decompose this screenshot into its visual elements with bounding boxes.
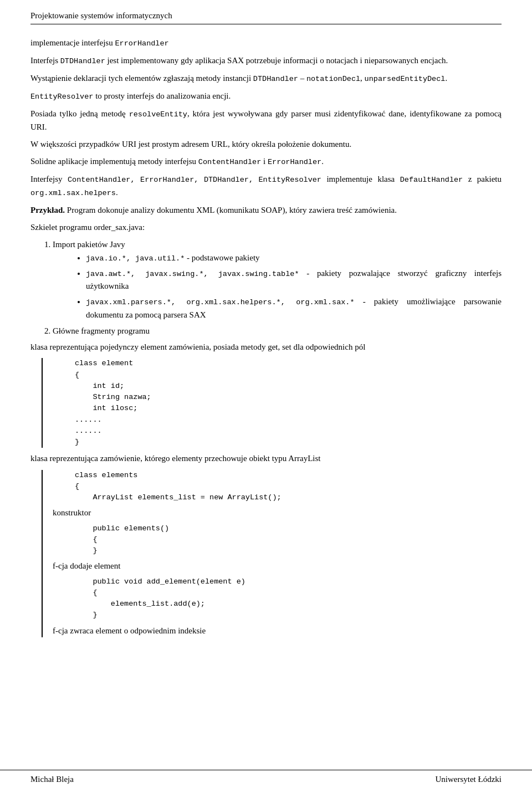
solidne-end: . <box>321 157 324 166</box>
errorhandler-code: ErrorHandler <box>115 39 168 48</box>
code4-line-3: elements_list.add(e); <box>75 598 502 610</box>
example-text: Program dokonuje analizy dokumentu XML (… <box>65 206 397 214</box>
para-uri: W większości przypadków URI jest prostym… <box>30 138 502 151</box>
page-header: Projektowanie systemów informatycznych <box>30 11 502 24</box>
main-list: Import pakietów Javy java.io.*, java.uti… <box>53 238 502 337</box>
entityresolver-text: to prosty interfejs do analizowania encj… <box>93 91 231 100</box>
code-line-5: int ilosc; <box>75 403 502 414</box>
page: Projektowanie systemów informatycznych i… <box>0 0 532 798</box>
klasa1-desc: klasa reprezentująca pojedynczy element … <box>30 341 502 354</box>
comma: , <box>360 74 365 83</box>
item2-label: Główne fragmenty programu <box>53 326 150 335</box>
wystapienie-text: Wystąpienie deklaracji tych elementów zg… <box>30 74 253 83</box>
entityresolver-code: EntityResolver <box>30 93 93 101</box>
skeleton-text: Szkielet programu order_sax.java: <box>30 223 145 232</box>
code-block-1-container: class element { int id; String nazwa; in… <box>42 358 502 448</box>
para-implementacje-text: implementacje interfejsu <box>30 38 115 47</box>
list-item-2: Główne fragmenty programu <box>53 325 502 337</box>
defaulthandler-code: DefaultHandler <box>400 176 463 184</box>
code-block-2: class elements { ArrayList elements_list… <box>75 470 502 504</box>
code-line-3: int id; <box>75 381 502 392</box>
footer-university: Uniwersytet Łódzki <box>435 775 502 784</box>
klasa2-text: klasa reprezentująca zamówienie, którego… <box>30 454 321 463</box>
dot: . <box>116 188 118 197</box>
para-implementacje: implementacje interfejsu ErrorHandler <box>30 37 502 50</box>
para-entityresolver: EntityResolver to prosty interfejs do an… <box>30 90 502 103</box>
code-line-4: String nazwa; <box>75 392 502 403</box>
bullet-1: java.io.*, java.util.* - podstawowe paki… <box>86 252 502 265</box>
code3-line-3: } <box>75 545 502 556</box>
para-dtdhandler: Interfejs DTDHandler jest implementowany… <box>30 54 502 68</box>
z-pakietu: z pakietu <box>463 175 502 183</box>
interfejs-label: Interfejs <box>30 56 60 65</box>
para-example: Przykład. Program dokonuje analizy dokum… <box>30 204 502 217</box>
code2-line-1: class elements <box>75 470 502 481</box>
code2-line-2: { <box>75 481 502 492</box>
sep: – <box>298 74 306 83</box>
fcja1-text: f-cja dodaje element <box>53 561 120 570</box>
para-skeleton: Szkielet programu order_sax.java: <box>30 221 502 234</box>
bullet3-code: javax.xml.parsers.*, org.xml.sax.helpers… <box>86 298 355 306</box>
unparsedentitydecl-code: unparsedEntityDecl <box>365 75 446 83</box>
code-block-3: public elements() { } <box>75 523 502 557</box>
fcja2-label: f-cja zwraca element o odpowiednim indek… <box>53 625 502 637</box>
import-label: Import pakietów Javy <box>53 240 125 249</box>
page-footer: Michał Bleja Uniwersytet Łódzki <box>0 770 532 784</box>
example-bold: Przykład. <box>30 206 65 214</box>
code3-line-1: public elements() <box>75 523 502 534</box>
code4-line-4: } <box>75 610 502 621</box>
code3-line-2: { <box>75 534 502 545</box>
contenthandler-code1: ContentHandler <box>198 158 261 166</box>
main-content: implementacje interfejsu ErrorHandler In… <box>30 37 502 637</box>
code-block-1: class element { int id; String nazwa; in… <box>75 358 502 448</box>
fcja1-label: f-cja dodaje element <box>53 560 502 572</box>
footer-author: Michał Bleja <box>30 775 74 784</box>
orgxmlsax-code: org.xml.sax.helpers <box>30 189 116 197</box>
uri-text: W większości przypadków URI jest prostym… <box>30 140 351 149</box>
bullet2-code: java.awt.*, javax.swing.*, javax.swing.t… <box>86 270 299 278</box>
code-block-4: public void add_element(element e) { ele… <box>75 576 502 621</box>
para3-end: . <box>445 74 447 83</box>
dtdhandler-code2: DTDHandler <box>253 75 298 83</box>
para-interfejsy: Interfejsy ContentHandler, ErrorHandler,… <box>30 173 502 200</box>
solidne-text: Solidne aplikacje implementują metody in… <box>30 157 198 166</box>
notationdecl-code: notationDecl <box>306 75 360 83</box>
para-wystapienie: Wystąpienie deklaracji tych elementów zg… <box>30 72 502 85</box>
code-line-7: ...... <box>75 426 502 437</box>
code-line-2: { <box>75 370 502 381</box>
para-resolveentity: Posiada tylko jedną metodę resolveEntity… <box>30 108 502 134</box>
bullet1-code: java.io.*, java.util.* <box>86 254 185 263</box>
fcja2-text: f-cja zwraca element o odpowiednim indek… <box>53 626 206 635</box>
code2-line-3: ArrayList elements_list = new ArrayList(… <box>75 492 502 503</box>
contenthandler-code2: ContentHandler, <box>68 176 135 184</box>
klasa2-desc: klasa reprezentująca zamówienie, którego… <box>30 452 502 465</box>
bullet-3: javax.xml.parsers.*, org.xml.sax.helpers… <box>86 295 502 321</box>
code-line-6: ...... <box>75 415 502 426</box>
code-line-1: class element <box>75 358 502 369</box>
implementuje-text: implementuje klasa <box>321 175 400 183</box>
bullet-2: java.awt.*, javax.swing.*, javax.swing.t… <box>86 267 502 293</box>
code4-line-1: public void add_element(element e) <box>75 576 502 587</box>
entityresolver-code2: EntityResolver <box>259 176 321 184</box>
interfejsy-label: Interfejsy <box>30 175 68 183</box>
header-title: Projektowanie systemów informatycznych <box>30 11 172 20</box>
list-item-1: Import pakietów Javy java.io.*, java.uti… <box>53 238 502 321</box>
dtdhandler-code3: DTDHandler, <box>204 176 253 184</box>
errorhandler-code3: ErrorHandler, <box>140 176 198 184</box>
klasa1-text: klasa reprezentująca pojedynczy element … <box>30 342 365 351</box>
errorhandler-code2: ErrorHandler <box>268 158 321 166</box>
code-line-8: } <box>75 437 502 448</box>
resolveentity-pre: Posiada tylko jedną metodę <box>30 109 129 118</box>
code4-line-2: { <box>75 587 502 598</box>
konstruktor-text: konstruktor <box>53 508 91 517</box>
konstruktor-label: konstruktor <box>53 507 502 519</box>
import-list: java.io.*, java.util.* - podstawowe paki… <box>86 252 502 321</box>
code-block-2-container: class elements { ArrayList elements_list… <box>42 470 502 637</box>
i-text: i <box>261 157 268 166</box>
resolveentity-code: resolveEntity <box>129 110 187 119</box>
bullet1-text: - podstawowe pakiety <box>185 253 259 262</box>
dtdhandler-text: jest implementowany gdy aplikacja SAX po… <box>105 56 448 65</box>
dtdhandler-code1: DTDHandler <box>60 57 105 65</box>
para-solidne: Solidne aplikacje implementują metody in… <box>30 155 502 168</box>
